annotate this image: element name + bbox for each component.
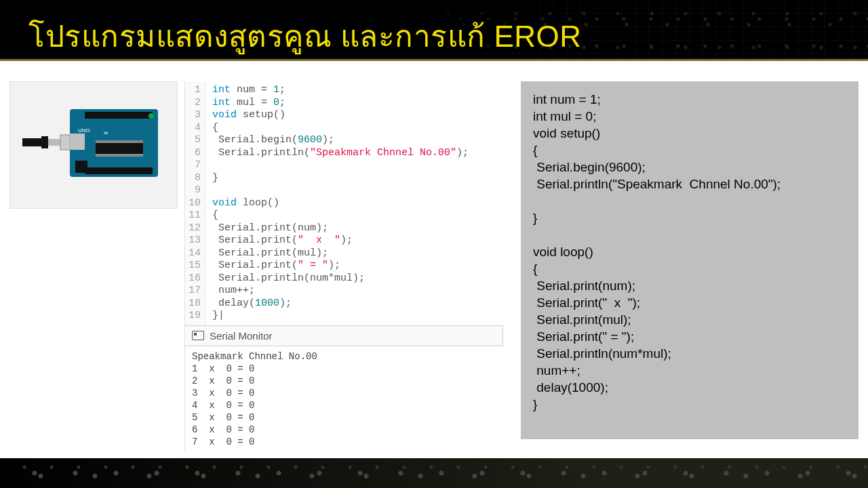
svg-rect-1 bbox=[41, 136, 48, 148]
svg-text:UNO: UNO bbox=[78, 127, 90, 134]
arduino-image-box: UNO ∞ bbox=[9, 81, 178, 209]
footer-strip bbox=[0, 458, 868, 488]
arduino-board-icon: UNO ∞ bbox=[22, 101, 165, 189]
serial-monitor-header[interactable]: Serial Monitor bbox=[184, 325, 503, 346]
svg-rect-3 bbox=[60, 135, 70, 150]
serial-monitor-label: Serial Monitor bbox=[210, 330, 273, 342]
svg-rect-7 bbox=[85, 167, 153, 174]
slide-title: โปรแกรมแสดงสูตรคูณ และการแก้ EROR bbox=[0, 0, 868, 60]
board-column: UNO ∞ bbox=[9, 81, 178, 451]
serial-monitor-icon bbox=[192, 331, 204, 340]
plain-code-panel: int num = 1; int mul = 0; void setup() {… bbox=[521, 81, 859, 439]
svg-rect-10 bbox=[96, 154, 143, 157]
svg-rect-2 bbox=[48, 139, 60, 146]
svg-rect-0 bbox=[22, 138, 41, 146]
svg-point-12 bbox=[149, 113, 154, 119]
svg-rect-9 bbox=[96, 140, 143, 143]
svg-rect-11 bbox=[75, 161, 87, 173]
svg-rect-8 bbox=[96, 143, 143, 154]
content-row: UNO ∞ 1 2 3 4 5 6 7 8 9 10 11 12 13 14 1… bbox=[0, 61, 868, 451]
title-bar: โปรแกรมแสดงสูตรคูณ และการแก้ EROR bbox=[0, 0, 868, 61]
editor-column: 1 2 3 4 5 6 7 8 9 10 11 12 13 14 15 16 1… bbox=[184, 81, 503, 451]
svg-rect-6 bbox=[85, 112, 153, 119]
code-body[interactable]: int num = 1; int mul = 0; void setup() {… bbox=[205, 81, 503, 325]
line-gutter: 1 2 3 4 5 6 7 8 9 10 11 12 13 14 15 16 1… bbox=[185, 81, 205, 325]
serial-monitor-output: Speakmark Chnnel No.00 1 x 0 = 0 2 x 0 =… bbox=[184, 346, 503, 451]
code-editor[interactable]: 1 2 3 4 5 6 7 8 9 10 11 12 13 14 15 16 1… bbox=[184, 81, 503, 325]
svg-text:∞: ∞ bbox=[104, 129, 108, 136]
svg-rect-5 bbox=[70, 134, 85, 150]
